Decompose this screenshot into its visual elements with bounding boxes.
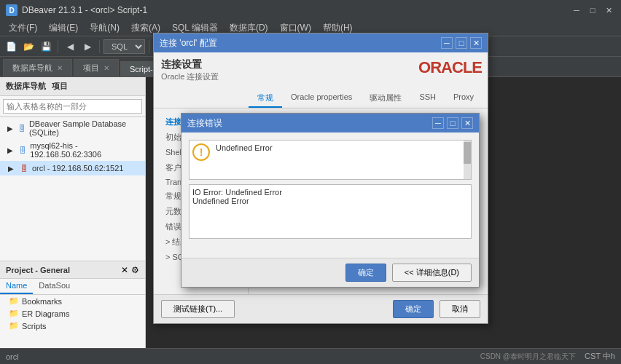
error-detail-area: IO Error: Undefined Error Undefined Erro… [189,184,472,239]
search-box [0,96,145,117]
project-label-er-diagrams: ER Diagrams [22,309,69,318]
expand-icon-orcl: ▶ [6,163,16,173]
project-tabs: Name DataSou [0,279,145,295]
save-button[interactable]: 💾 [38,39,54,55]
status-connection: orcl [6,352,19,361]
tab-db-nav-label: 数据库导航 [12,63,52,74]
project-settings-button[interactable]: ⚙ [131,265,139,275]
project-item-scripts[interactable]: 📁 Scripts [0,320,145,332]
project-item-er-diagrams[interactable]: 📁 ER Diagrams [0,307,145,320]
status-right: CSDN @泰时明月之君临天下 [480,352,576,362]
connection-tab-bar: 常规 Oracle properties 驱动属性 SSH Proxy [154,90,488,108]
project-header: Project - General ✕ ⚙ [0,261,145,279]
error-ok-button[interactable]: 确定 [345,264,386,282]
expand-icon-sqlite: ▶ [6,123,15,133]
error-detail-button[interactable]: << 详细信息(D) [392,264,472,282]
oracle-logo: ORACLE [418,58,482,77]
menu-file[interactable]: 文件(F) [3,20,43,36]
conn-tab-ssh[interactable]: SSH [410,90,445,108]
project-panel: Project - General ✕ ⚙ Name DataSou 📁 Boo… [0,261,146,348]
test-connection-button[interactable]: 测试链接(T)... [161,300,235,318]
error-title: 连接错误 [187,117,432,130]
connection-dialog-title: 连接 'orcl' 配置 [160,37,441,50]
maximize-button[interactable]: □ [586,4,599,17]
db-icon-sqlite: 🗄 [17,123,26,133]
tree-item-sqlite[interactable]: ▶ 🗄 DBeaver Sample Database (SQLite) [0,117,145,139]
tab-db-nav[interactable]: 数据库导航 ✕ [3,59,72,76]
project-tab-datasou[interactable]: DataSou [33,279,76,294]
app-title: DBeaver 21.3.1 - <orcl> Script-1 [22,5,570,15]
conn-tab-general[interactable]: 常规 [249,90,282,108]
warning-icon: ! [192,143,210,161]
back-button[interactable]: ◀ [62,39,78,55]
project-item-bookmarks[interactable]: 📁 Bookmarks [0,295,145,307]
close-button[interactable]: ✕ [602,4,615,17]
title-bar: D DBeaver 21.3.1 - <orcl> Script-1 ─ □ ✕ [0,0,621,20]
sidebar-db-nav-label: 数据库导航 [6,81,46,92]
error-detail-line2: Undefined Error [192,197,468,205]
status-bar: orcl CSDN @泰时明月之君临天下 CST 中h [0,348,621,364]
minimize-button[interactable]: ─ [570,4,583,17]
error-detail-line1: IO Error: Undefined Error [192,188,468,197]
tab-project-label: 项目 [83,63,99,74]
menu-edit[interactable]: 编辑(E) [43,20,84,36]
conn-tab-driver[interactable]: 驱动属性 [361,90,410,108]
folder-icon-scripts: 📁 [9,321,19,331]
folder-icon-er-diagrams: 📁 [9,309,19,318]
connection-ok-button[interactable]: 确定 [393,300,434,318]
tree-label-sqlite: DBeaver Sample Database (SQLite) [29,119,139,137]
conn-tab-oracle-props[interactable]: Oracle properties [282,90,361,108]
search-input[interactable] [3,99,142,114]
conn-tab-proxy[interactable]: Proxy [445,90,483,108]
connection-dialog-title-bar: 连接 'orcl' 配置 ─ □ ✕ [154,33,488,52]
tab-project-close[interactable]: ✕ [104,64,109,72]
open-button[interactable]: 📂 [20,39,36,55]
db-icon-mysql: 🗄 [18,145,28,155]
connection-dialog-close[interactable]: ✕ [470,37,482,49]
title-controls: ─ □ ✕ [570,4,615,17]
toolbar-separator-1 [58,40,58,53]
app-icon: D [6,4,17,16]
menu-nav[interactable]: 导航(N) [84,20,125,36]
error-message-text: Undefined Error [216,143,273,152]
status-timezone: CST 中h [585,351,615,362]
error-dialog-close[interactable]: ✕ [461,117,473,129]
error-scroll-thumb [464,142,471,164]
connection-cancel-button[interactable]: 取消 [440,300,480,318]
project-title: Project - General [6,266,118,274]
project-label-scripts: Scripts [22,322,47,331]
forward-button[interactable]: ▶ [79,39,95,55]
error-body: ! Undefined Error IO Error: Undefined Er… [181,132,479,258]
connection-dialog-footer: 测试链接(T)... 确定 取消 [154,294,488,323]
tree-item-orcl[interactable]: ▶ 🗄 orcl - 192.168.50.62:1521 [0,161,145,175]
sql-selector[interactable]: SQL [104,39,145,54]
tree-item-mysql[interactable]: ▶ 🗄 mysql62-his - 192.168.50.62:3306 [0,139,145,161]
error-title-bar: 连接错误 ─ □ ✕ [181,114,479,132]
project-label-bookmarks: Bookmarks [22,297,62,306]
tab-db-nav-close[interactable]: ✕ [57,64,63,72]
project-title-text: Project - General [6,266,70,274]
expand-icon-mysql: ▶ [6,145,15,155]
new-file-button[interactable]: 📄 [3,39,19,55]
error-footer: 确定 << 详细信息(D) [181,258,479,287]
tree-label-orcl: orcl - 192.168.50.62:1521 [32,164,123,173]
error-scrollbar[interactable] [464,141,471,179]
connection-dialog-controls: ─ □ ✕ [441,37,482,49]
connection-dialog-minimize[interactable]: ─ [441,37,453,49]
db-icon-orcl: 🗄 [19,163,29,173]
toolbar-separator-3 [149,40,149,53]
project-close-button[interactable]: ✕ [121,265,128,275]
toolbar-separator-2 [99,40,100,53]
folder-icon-bookmarks: 📁 [9,296,19,306]
error-dialog-controls: ─ □ ✕ [432,117,473,129]
connection-dialog-maximize[interactable]: □ [456,37,467,49]
main-window: D DBeaver 21.3.1 - <orcl> Script-1 ─ □ ✕… [0,0,621,364]
error-message-area: ! Undefined Error [189,140,472,180]
sidebar-project-label: 项目 [52,81,68,92]
sidebar-header: 数据库导航 项目 [0,77,145,96]
error-dialog-minimize[interactable]: ─ [432,117,444,129]
error-dialog-maximize[interactable]: □ [447,117,458,129]
project-tab-name[interactable]: Name [0,279,33,294]
error-icon-row: ! Undefined Error [192,143,468,161]
tab-project[interactable]: 项目 ✕ [74,59,119,76]
